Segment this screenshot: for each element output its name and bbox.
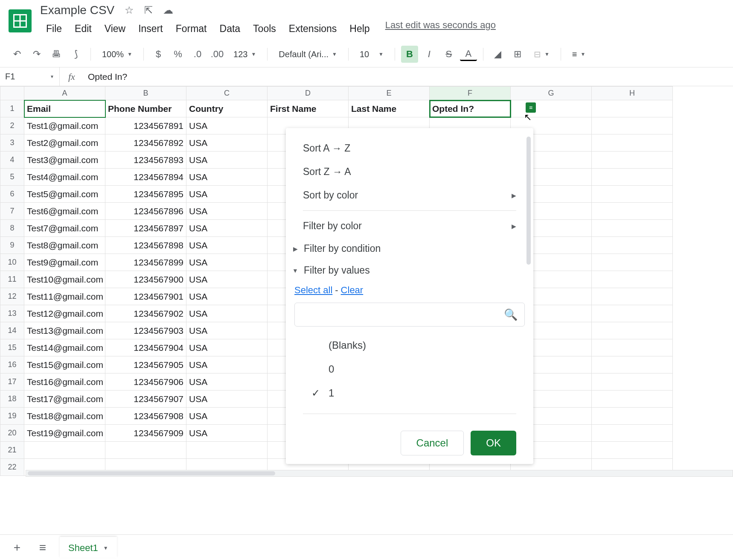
cell-A14[interactable]: Test13@gmail.com <box>24 322 105 339</box>
cell-C8[interactable]: USA <box>186 220 268 237</box>
undo-icon[interactable]: ↶ <box>9 46 26 63</box>
cell-C10[interactable]: USA <box>186 254 268 271</box>
cell-B4[interactable]: 1234567893 <box>105 152 186 169</box>
cell-B21[interactable] <box>105 442 186 459</box>
cell-C20[interactable]: USA <box>186 425 268 442</box>
cell-H10[interactable] <box>592 254 673 271</box>
menu-help[interactable]: Help <box>343 20 375 38</box>
cell-C5[interactable]: USA <box>186 169 268 186</box>
cell-B15[interactable]: 1234567904 <box>105 339 186 356</box>
cell-A21[interactable] <box>24 442 105 459</box>
fill-color-icon[interactable]: ◢ <box>489 46 506 63</box>
cell-A5[interactable]: Test4@gmail.com <box>24 169 105 186</box>
menu-tools[interactable]: Tools <box>247 20 282 38</box>
cloud-icon[interactable]: ☁ <box>163 4 173 16</box>
menu-edit[interactable]: Edit <box>69 20 98 38</box>
menu-data[interactable]: Data <box>214 20 247 38</box>
filter-icon[interactable]: ≡ <box>526 102 536 113</box>
cell-D1[interactable]: First Name <box>268 100 349 117</box>
row-header-14[interactable]: 14 <box>0 322 24 339</box>
cell-A4[interactable]: Test3@gmail.com <box>24 152 105 169</box>
row-header-9[interactable]: 9 <box>0 237 24 254</box>
cell-C21[interactable] <box>186 442 268 459</box>
cell-A10[interactable]: Test9@gmail.com <box>24 254 105 271</box>
cell-B18[interactable]: 1234567907 <box>105 391 186 408</box>
col-header-D[interactable]: D <box>268 87 349 100</box>
filter-value[interactable]: 0 <box>303 357 516 381</box>
cell-H13[interactable] <box>592 305 673 322</box>
paint-format-icon[interactable]: ⟆ <box>67 46 84 63</box>
cell-H17[interactable] <box>592 373 673 391</box>
sheets-logo[interactable] <box>9 9 32 32</box>
cancel-button[interactable]: Cancel <box>401 431 464 455</box>
cell-A11[interactable]: Test10@gmail.com <box>24 271 105 288</box>
cell-C19[interactable]: USA <box>186 408 268 425</box>
cell-C12[interactable]: USA <box>186 288 268 305</box>
col-header-C[interactable]: C <box>186 87 268 100</box>
strikethrough-icon[interactable]: S <box>440 46 457 63</box>
cell-H8[interactable] <box>592 220 673 237</box>
filter-search-input[interactable]: 🔍 <box>294 303 525 327</box>
col-header-G[interactable]: G <box>511 87 592 100</box>
cell-C7[interactable]: USA <box>186 203 268 220</box>
filter-by-condition[interactable]: ▶Filter by condition <box>286 238 533 260</box>
all-sheets-icon[interactable]: ≡ <box>34 539 51 556</box>
cell-B13[interactable]: 1234567902 <box>105 305 186 322</box>
cell-H4[interactable] <box>592 152 673 169</box>
row-header-10[interactable]: 10 <box>0 254 24 271</box>
filter-value[interactable]: ✓1 <box>303 381 516 405</box>
cell-F1[interactable]: Opted In? <box>430 100 511 117</box>
borders-icon[interactable]: ⊞ <box>509 46 526 63</box>
filter-value[interactable]: (Blanks) <box>303 333 516 357</box>
horizontal-scrollbar[interactable] <box>26 470 733 477</box>
cell-B19[interactable]: 1234567908 <box>105 408 186 425</box>
cell-A15[interactable]: Test14@gmail.com <box>24 339 105 356</box>
redo-icon[interactable]: ↷ <box>28 46 45 63</box>
cell-B10[interactable]: 1234567899 <box>105 254 186 271</box>
cell-A12[interactable]: Test11@gmail.com <box>24 288 105 305</box>
cell-C4[interactable]: USA <box>186 152 268 169</box>
cell-B1[interactable]: Phone Number <box>105 100 186 117</box>
cell-H21[interactable] <box>592 442 673 459</box>
cell-H15[interactable] <box>592 339 673 356</box>
cell-C11[interactable]: USA <box>186 271 268 288</box>
cell-A13[interactable]: Test12@gmail.com <box>24 305 105 322</box>
cell-A9[interactable]: Test8@gmail.com <box>24 237 105 254</box>
row-header-2[interactable]: 2 <box>0 117 24 134</box>
col-header-H[interactable]: H <box>592 87 673 100</box>
row-header-7[interactable]: 7 <box>0 203 24 220</box>
font-combo[interactable]: Default (Ari...▼ <box>273 50 342 59</box>
row-header-16[interactable]: 16 <box>0 356 24 373</box>
cell-H2[interactable] <box>592 117 673 134</box>
number-format-combo[interactable]: 123▼ <box>228 50 261 59</box>
sort-az[interactable]: Sort A → Z <box>286 137 533 160</box>
currency-icon[interactable]: $ <box>150 46 167 63</box>
decrease-decimal-icon[interactable]: .0 <box>189 46 206 63</box>
cell-B12[interactable]: 1234567901 <box>105 288 186 305</box>
cell-H5[interactable] <box>592 169 673 186</box>
text-color-icon[interactable]: A <box>460 47 477 61</box>
cell-B9[interactable]: 1234567898 <box>105 237 186 254</box>
cell-C17[interactable]: USA <box>186 373 268 391</box>
ok-button[interactable]: OK <box>471 431 516 455</box>
filter-scrollbar[interactable] <box>526 137 531 265</box>
cell-G1[interactable] <box>511 100 592 117</box>
cell-H14[interactable] <box>592 322 673 339</box>
cell-H12[interactable] <box>592 288 673 305</box>
row-header-20[interactable]: 20 <box>0 425 24 442</box>
row-header-3[interactable]: 3 <box>0 134 24 152</box>
col-header-A[interactable]: A <box>24 87 105 100</box>
col-header-F[interactable]: F <box>430 87 511 100</box>
percent-icon[interactable]: % <box>169 46 186 63</box>
menu-insert[interactable]: Insert <box>132 20 169 38</box>
cell-A17[interactable]: Test16@gmail.com <box>24 373 105 391</box>
row-header-6[interactable]: 6 <box>0 186 24 203</box>
font-size-combo[interactable]: 10▼ <box>355 50 389 59</box>
cell-H7[interactable] <box>592 203 673 220</box>
bold-icon[interactable]: B <box>401 46 418 63</box>
cell-A20[interactable]: Test19@gmail.com <box>24 425 105 442</box>
row-header-17[interactable]: 17 <box>0 373 24 391</box>
cell-H11[interactable] <box>592 271 673 288</box>
row-header-19[interactable]: 19 <box>0 408 24 425</box>
sort-za[interactable]: Sort Z → A <box>286 160 533 184</box>
